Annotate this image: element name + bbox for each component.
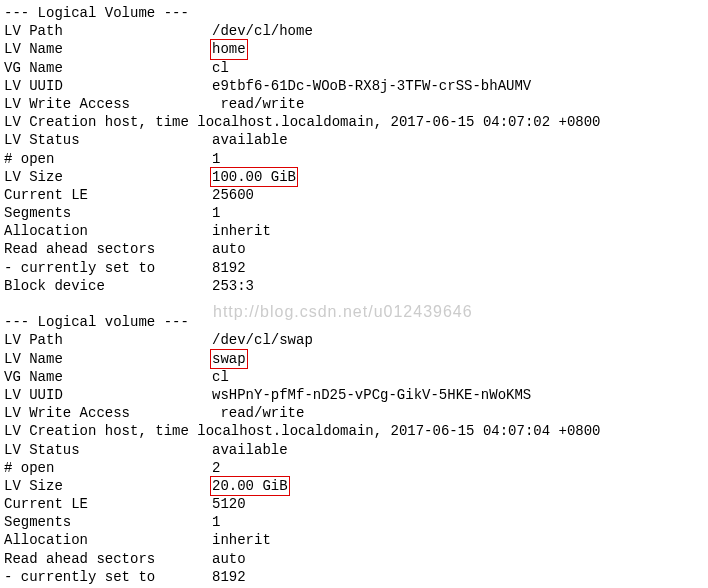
lv2-seg-row: Segments1 — [4, 513, 704, 531]
lv1-ahead-row: Read ahead sectorsauto — [4, 240, 704, 258]
lv2-le-row: Current LE5120 — [4, 495, 704, 513]
open-label: # open — [4, 459, 212, 477]
segments-label: Segments — [4, 513, 212, 531]
lv2-access-row: LV Write Access read/write — [4, 404, 704, 422]
lv1-seg-row: Segments1 — [4, 204, 704, 222]
read-ahead-value: auto — [212, 551, 246, 567]
lv1-alloc-row: Allocationinherit — [4, 222, 704, 240]
lv1-open-row: # open1 — [4, 150, 704, 168]
lv-size-label: LV Size — [4, 477, 212, 495]
segments-value: 1 — [212, 514, 220, 530]
lv2-status-row: LV Statusavailable — [4, 441, 704, 459]
lv-creation-value: localhost.localdomain, 2017-06-15 04:07:… — [197, 114, 600, 130]
lv-uuid-value: wsHPnY-pfMf-nD25-vPCg-GikV-5HKE-nWoKMS — [212, 387, 531, 403]
open-label: # open — [4, 150, 212, 168]
lv1-creation-row: LV Creation host, time localhost.localdo… — [4, 113, 704, 131]
lv1-uuid-row: LV UUIDe9tbf6-61Dc-WOoB-RX8j-3TFW-crSS-b… — [4, 77, 704, 95]
lv-path-value: /dev/cl/swap — [212, 332, 313, 348]
lv-access-value: read/write — [212, 405, 304, 421]
lv1-setto-row: - currently set to8192 — [4, 259, 704, 277]
open-value: 1 — [212, 151, 220, 167]
vg-name-label: VG Name — [4, 368, 212, 386]
lv1-blkdev-row: Block device253:3 — [4, 277, 704, 295]
lv-path-label: LV Path — [4, 331, 212, 349]
lv2-header: --- Logical volume --- — [4, 313, 704, 331]
lv1-status-row: LV Statusavailable — [4, 131, 704, 149]
lv-status-value: available — [212, 442, 288, 458]
currently-set-label: - currently set to — [4, 259, 212, 277]
lv2-size-row: LV Size20.00 GiB — [4, 477, 704, 495]
block-device-value: 253:3 — [212, 278, 254, 294]
lv1-path-row: LV Path/dev/cl/home — [4, 22, 704, 40]
lv2-setto-row: - currently set to8192 — [4, 568, 704, 586]
lv2-creation-row: LV Creation host, time localhost.localdo… — [4, 422, 704, 440]
lv1-name-row: LV Namehome — [4, 40, 704, 58]
allocation-label: Allocation — [4, 531, 212, 549]
lv-creation-label: LV Creation host, time — [4, 114, 189, 130]
lv-status-label: LV Status — [4, 441, 212, 459]
current-le-label: Current LE — [4, 495, 212, 513]
lv-name-value: home — [210, 39, 248, 59]
lv2-path-row: LV Path/dev/cl/swap — [4, 331, 704, 349]
lv-uuid-label: LV UUID — [4, 77, 212, 95]
read-ahead-label: Read ahead sectors — [4, 240, 212, 258]
lv-status-value: available — [212, 132, 288, 148]
lv2-ahead-row: Read ahead sectorsauto — [4, 550, 704, 568]
open-value: 2 — [212, 460, 220, 476]
lv-name-label: LV Name — [4, 40, 212, 58]
lv1-le-row: Current LE25600 — [4, 186, 704, 204]
lv-status-label: LV Status — [4, 131, 212, 149]
lv-name-value: swap — [210, 349, 248, 369]
lv-size-label: LV Size — [4, 168, 212, 186]
current-le-label: Current LE — [4, 186, 212, 204]
lv1-header: --- Logical Volume --- — [4, 4, 704, 22]
currently-set-value: 8192 — [212, 569, 246, 585]
lv-path-value: /dev/cl/home — [212, 23, 313, 39]
allocation-label: Allocation — [4, 222, 212, 240]
lv-access-value: read/write — [212, 96, 304, 112]
block-device-label: Block device — [4, 277, 212, 295]
lv2-name-row: LV Nameswap — [4, 350, 704, 368]
vg-name-value: cl — [212, 60, 229, 76]
lv1-size-row: LV Size100.00 GiB — [4, 168, 704, 186]
blank-row — [4, 295, 704, 313]
allocation-value: inherit — [212, 223, 271, 239]
currently-set-label: - currently set to — [4, 568, 212, 586]
lv2-open-row: # open2 — [4, 459, 704, 477]
read-ahead-value: auto — [212, 241, 246, 257]
lv-uuid-value: e9tbf6-61Dc-WOoB-RX8j-3TFW-crSS-bhAUMV — [212, 78, 531, 94]
lv2-alloc-row: Allocationinherit — [4, 531, 704, 549]
lv1-vg-row: VG Namecl — [4, 59, 704, 77]
lv-access-label: LV Write Access — [4, 95, 212, 113]
read-ahead-label: Read ahead sectors — [4, 550, 212, 568]
segments-label: Segments — [4, 204, 212, 222]
lv-name-label: LV Name — [4, 350, 212, 368]
vg-name-label: VG Name — [4, 59, 212, 77]
lv-path-label: LV Path — [4, 22, 212, 40]
currently-set-value: 8192 — [212, 260, 246, 276]
lv-uuid-label: LV UUID — [4, 386, 212, 404]
segments-value: 1 — [212, 205, 220, 221]
lv2-vg-row: VG Namecl — [4, 368, 704, 386]
allocation-value: inherit — [212, 532, 271, 548]
vg-name-value: cl — [212, 369, 229, 385]
lv-size-value: 100.00 GiB — [210, 167, 298, 187]
lv-creation-label: LV Creation host, time — [4, 423, 189, 439]
current-le-value: 25600 — [212, 187, 254, 203]
lv-creation-value: localhost.localdomain, 2017-06-15 04:07:… — [197, 423, 600, 439]
lv-size-value: 20.00 GiB — [210, 476, 290, 496]
lv-access-label: LV Write Access — [4, 404, 212, 422]
lv2-uuid-row: LV UUIDwsHPnY-pfMf-nD25-vPCg-GikV-5HKE-n… — [4, 386, 704, 404]
current-le-value: 5120 — [212, 496, 246, 512]
lv1-access-row: LV Write Access read/write — [4, 95, 704, 113]
